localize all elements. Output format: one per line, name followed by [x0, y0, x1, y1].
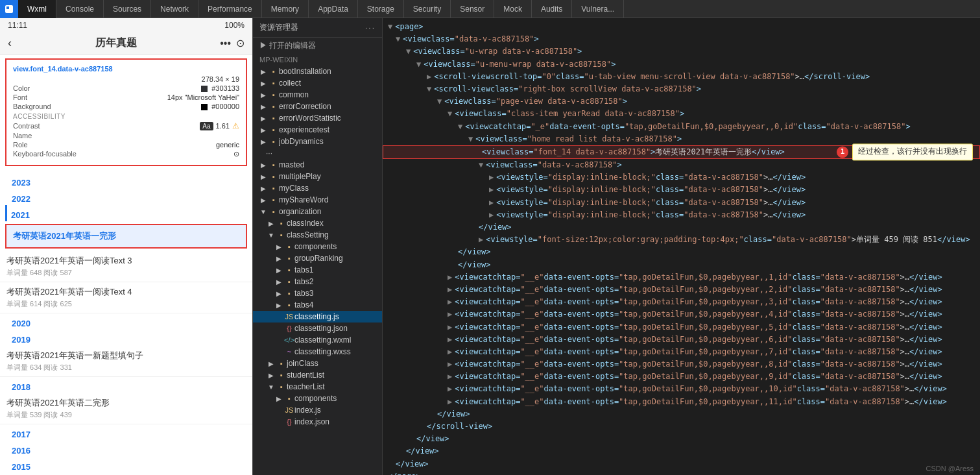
year-2019-label[interactable]: 2019 [5, 330, 247, 346]
open-editor-section[interactable]: ▶ 打开的编辑器 [253, 38, 382, 54]
tab-performance[interactable]: Performance [198, 0, 262, 18]
tree-experiencetest[interactable]: ▶ ▪ experiencetest [253, 124, 382, 136]
code-line-catchtap1: ▶<view catchtap="__e" data-event-opts="t… [383, 271, 980, 284]
code-line-view5: ▼<view class="class-item yearRead data-v… [383, 108, 980, 120]
tree-label: studentList [287, 371, 382, 380]
folder-icon: ▪ [276, 371, 287, 379]
code-line-close-view2: </view> [383, 433, 980, 445]
code-line-catchtap8: ▶<view catchtap="__e" data-event-opts="t… [383, 358, 980, 371]
list-item-4-name: 考研英语2021年英语二完形 [6, 397, 246, 409]
phone-title: 历年真题 [95, 36, 137, 50]
tree-arrow-icon: ▼ [266, 384, 276, 391]
tab-sources[interactable]: Sources [104, 0, 151, 18]
year-2021-label[interactable]: 2021 [5, 205, 36, 221]
tooltip-role-label: Role [13, 141, 28, 149]
year-2022-section: 2022 [0, 189, 252, 205]
annotation-number: 1 [837, 146, 848, 158]
tab-memory[interactable]: Memory [262, 0, 309, 18]
tree-bootinstallation[interactable]: ▶ ▪ bootInstallation [253, 66, 382, 77]
accessibility-label: ACCESSIBILITY [13, 113, 239, 120]
record-icon[interactable]: ⊙ [236, 37, 245, 49]
tree-arrow-icon: ▶ [258, 68, 269, 75]
tree-collect[interactable]: ▶ ▪ collect [253, 77, 382, 89]
tree-classsetting-js[interactable]: JS classetting.js [253, 311, 382, 323]
tab-mock[interactable]: Mock [494, 0, 532, 18]
tooltip-bg-value: #000000 [201, 103, 239, 110]
tree-myclass[interactable]: ▶ ▪ myClass [253, 182, 382, 194]
tree-tabs2[interactable]: ▶ ▪ tabs2 [253, 276, 382, 287]
svg-rect-1 [6, 6, 9, 9]
tree-classsetting-json[interactable]: {} classetting.json [253, 323, 382, 334]
list-item-2[interactable]: 考研英语2021年英语一阅读Text 4 单词量 614 阅读 625 [0, 282, 252, 313]
list-item-2-name: 考研英语2021年英语一阅读Text 4 [6, 286, 246, 298]
tab-vulnera[interactable]: Vulnera... [572, 0, 624, 18]
tree-masted[interactable]: ▶ ▪ masted [253, 159, 382, 171]
year-2022-label[interactable]: 2022 [5, 189, 247, 205]
year-2017-section: 2017 [0, 424, 252, 441]
tree-teacherlist[interactable]: ▼ ▪ teacherList [253, 381, 382, 393]
wxml-file-icon: </> [284, 336, 294, 344]
tree-tabs1[interactable]: ▶ ▪ tabs1 [253, 264, 382, 276]
year-2016-label[interactable]: 2016 [5, 441, 247, 457]
tree-classsetting[interactable]: ▼ ▪ classSetting [253, 229, 382, 241]
tree-common[interactable]: ▶ ▪ common [253, 89, 382, 101]
tree-classindex[interactable]: ▶ ▪ classIndex [253, 217, 382, 229]
list-item-4-meta: 单词量 539 阅读 439 [6, 410, 246, 420]
list-item-3-name: 考研英语2021年英语一新题型填句子 [6, 350, 246, 361]
list-item-1[interactable]: 考研英语2021年英语一阅读Text 3 单词量 648 阅读 587 [0, 251, 252, 282]
tab-sensor[interactable]: Sensor [451, 0, 494, 18]
tooltip-color-label: Color [13, 84, 30, 92]
code-line-view1: ▼<view class="data-v-ac887158"> [383, 33, 980, 45]
phone-panel: 11:11 100% ‹ 历年真题 ••• ⊙ view.font_14.dat… [0, 18, 253, 475]
tree-organization[interactable]: ▼ ▪ organization [253, 206, 382, 217]
tab-storage[interactable]: Storage [358, 0, 404, 18]
back-button[interactable]: ‹ [8, 36, 12, 50]
tree-errorwordstatistic[interactable]: ▶ ▪ errorWordStatistic [253, 112, 382, 124]
tree-tabs4[interactable]: ▶ ▪ tabs4 [253, 299, 382, 311]
tree-classsetting-wxss[interactable]: ~ classetting.wxss [253, 346, 382, 358]
year-2017-label[interactable]: 2017 [5, 424, 247, 441]
tree-teacher-components[interactable]: ▶ ▪ components [253, 393, 382, 404]
tree-errorcorrection[interactable]: ▶ ▪ errorCorrection [253, 101, 382, 112]
year-2023-label[interactable]: 2023 [5, 173, 247, 189]
js-file-icon: JS [284, 313, 294, 321]
code-line-word-count: ▶<view style="font-size:12px;color:gray;… [383, 234, 980, 246]
tree-tabs3[interactable]: ▶ ▪ tabs3 [253, 287, 382, 299]
tree-label: classetting.json [294, 324, 382, 333]
tab-audits[interactable]: Audits [532, 0, 572, 18]
code-panel[interactable]: ▼<page> ▼<view class="data-v-ac887158"> … [383, 18, 980, 475]
tab-security[interactable]: Security [404, 0, 451, 18]
filetree-menu[interactable]: ··· [365, 23, 376, 32]
tree-label: collect [279, 79, 382, 88]
code-line-catchtap6: ▶<view catchtap="__e" data-event-opts="t… [383, 334, 980, 346]
tree-multipleplay[interactable]: ▶ ▪ multiplePlay [253, 171, 382, 182]
tree-more[interactable]: ··· [253, 147, 382, 159]
tree-label: myShareWord [279, 195, 382, 204]
tab-network[interactable]: Network [151, 0, 198, 18]
tree-index-json[interactable]: {} index.json [253, 416, 382, 428]
list-scroll[interactable]: 2023 2022 2021 考研英语2021年英语一完形 考研英语2021年英… [0, 170, 252, 475]
year-2015-label[interactable]: 2015 [5, 457, 247, 473]
list-item-4[interactable]: 考研英语2021年英语二完形 单词量 539 阅读 439 [0, 393, 252, 424]
tree-jobdynamics[interactable]: ▶ ▪ jobDynamics [253, 136, 382, 147]
warning-icon: ⚠ [232, 121, 239, 130]
dots-icon[interactable]: ••• [220, 38, 231, 49]
year-2018-label[interactable]: 2018 [5, 377, 247, 393]
tree-classsetting-wxml[interactable]: </> classetting.wxml [253, 334, 382, 346]
highlighted-list-item[interactable]: 考研英语2021年英语一完形 [5, 224, 247, 249]
tree-studentlist[interactable]: ▶ ▪ studentList [253, 369, 382, 381]
list-item-3[interactable]: 考研英语2021年英语一新题型填句子 单词量 634 阅读 331 [0, 346, 252, 377]
tree-label: tabs1 [294, 265, 382, 274]
annotation-text: 经过检查，该行并没有出现换行 [852, 144, 973, 160]
year-2020-label[interactable]: 2020 [5, 313, 247, 330]
tree-groupranking[interactable]: ▶ ▪ groupRanking [253, 252, 382, 264]
tab-console[interactable]: Console [56, 0, 104, 18]
tree-joinclass[interactable]: ▶ ▪ joinClass [253, 358, 382, 369]
folder-icon: ▪ [276, 231, 287, 239]
wxss-file-icon: ~ [284, 348, 294, 356]
tree-index-js[interactable]: JS index.js [253, 404, 382, 416]
tree-components[interactable]: ▶ ▪ components [253, 241, 382, 252]
tab-wxml[interactable]: Wxml [18, 0, 56, 18]
tab-appdata[interactable]: AppData [309, 0, 358, 18]
tree-myshareword[interactable]: ▶ ▪ myShareWord [253, 194, 382, 206]
